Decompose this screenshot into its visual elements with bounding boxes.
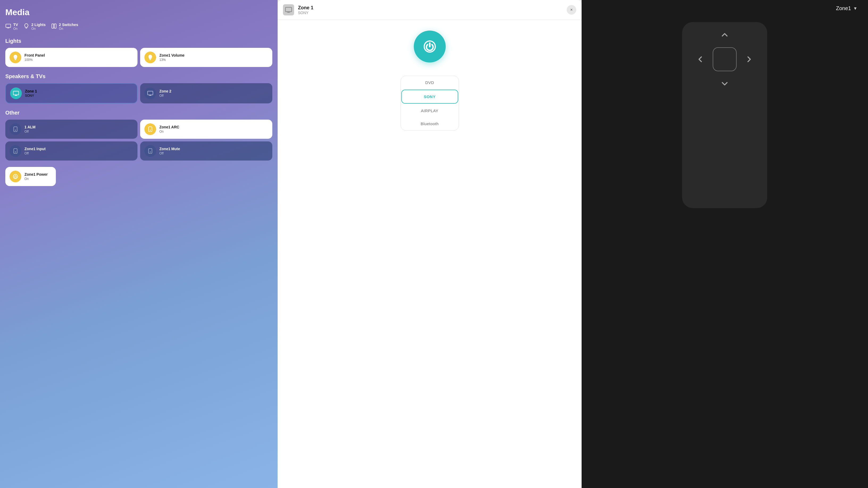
zone1-name: Zone 1 bbox=[25, 89, 37, 93]
section-speakers-title: Speakers & TVs bbox=[5, 73, 272, 79]
switch-status-icon bbox=[51, 23, 57, 30]
zone1-mute-icon bbox=[145, 145, 156, 157]
dpad bbox=[695, 30, 754, 89]
zone2-icon bbox=[145, 88, 156, 99]
zone1-mute-name: Zone1 Mute bbox=[159, 147, 180, 151]
svg-rect-14 bbox=[148, 91, 153, 95]
1alm-name: 1 ALM bbox=[25, 125, 35, 129]
switches-value: On bbox=[59, 27, 78, 31]
source-dvd[interactable]: DVD bbox=[401, 76, 459, 89]
card-zone2[interactable]: Zone 2 Off bbox=[140, 83, 272, 103]
zone-dropdown-icon[interactable]: ▼ bbox=[853, 6, 857, 11]
zone2-value: Off bbox=[159, 94, 171, 98]
svg-rect-0 bbox=[6, 24, 11, 28]
zone2-name: Zone 2 bbox=[159, 89, 171, 93]
1alm-icon bbox=[9, 123, 21, 135]
zone-label: Zone1 bbox=[836, 5, 851, 11]
dpad-up-button[interactable] bbox=[720, 30, 730, 40]
svg-rect-21 bbox=[14, 149, 17, 153]
zone1-arc-icon bbox=[145, 123, 156, 135]
card-1alm[interactable]: 1 ALM Off bbox=[5, 120, 137, 139]
zone1-volume-value: 13% bbox=[159, 58, 185, 62]
lights-label: 2 Lights bbox=[31, 23, 46, 27]
modal-device-icon bbox=[283, 4, 294, 15]
zone1-mute-value: Off bbox=[159, 152, 180, 155]
1alm-value: Off bbox=[25, 130, 35, 133]
left-panel: Media TV On 2 Lights On bbox=[0, 0, 278, 488]
svg-rect-23 bbox=[149, 149, 152, 153]
zone1-power-name: Zone1 Power bbox=[25, 172, 48, 176]
card-zone1-arc[interactable]: Zone1 ARC On bbox=[140, 120, 272, 139]
center-content: DVD SONY AIRPLAY Bluetooth bbox=[278, 20, 581, 488]
modal-title: Zone 1 bbox=[298, 5, 563, 11]
svg-rect-17 bbox=[14, 127, 17, 132]
status-item-switches[interactable]: 2 Switches On bbox=[51, 23, 78, 31]
dpad-left-button[interactable] bbox=[695, 55, 705, 64]
svg-rect-6 bbox=[54, 24, 56, 28]
section-other-title: Other bbox=[5, 110, 272, 116]
svg-rect-19 bbox=[149, 127, 152, 132]
dpad-right-button[interactable] bbox=[744, 55, 754, 64]
svg-point-18 bbox=[15, 130, 16, 131]
source-picker: DVD SONY AIRPLAY Bluetooth bbox=[401, 76, 459, 131]
svg-point-20 bbox=[150, 130, 151, 131]
tv-status-icon bbox=[5, 23, 11, 30]
zone1-volume-name: Zone1 Volume bbox=[159, 53, 185, 57]
card-zone1-input[interactable]: Zone1 Input Off bbox=[5, 141, 137, 161]
zone1-icon bbox=[10, 88, 22, 99]
modal-header-text: Zone 1 SONY bbox=[298, 5, 563, 15]
page-title: Media bbox=[5, 7, 272, 17]
speakers-grid: Zone 1 SONY Zone 2 Off bbox=[5, 83, 272, 103]
source-bluetooth[interactable]: Bluetooth bbox=[401, 117, 459, 130]
svg-point-22 bbox=[15, 152, 16, 153]
front-panel-icon bbox=[9, 52, 21, 63]
power-button[interactable] bbox=[414, 31, 446, 62]
zone1-input-value: Off bbox=[25, 152, 45, 155]
switches-label: 2 Switches bbox=[59, 23, 78, 27]
svg-rect-5 bbox=[52, 24, 54, 28]
card-zone1-volume[interactable]: Zone1 Volume 13% bbox=[140, 48, 272, 67]
dpad-center-button[interactable] bbox=[713, 47, 737, 71]
card-zone1-mute[interactable]: Zone1 Mute Off bbox=[140, 141, 272, 161]
section-lights-title: Lights bbox=[5, 38, 272, 44]
zone1-power-value: On bbox=[25, 177, 48, 181]
zone1-arc-value: On bbox=[159, 130, 179, 133]
card-zone1-power[interactable]: Zone1 Power On bbox=[5, 167, 56, 186]
source-airplay[interactable]: AIRPLAY bbox=[401, 104, 459, 117]
svg-point-24 bbox=[150, 152, 151, 153]
other-grid: 1 ALM Off Zone1 ARC On Zone1 Input Off bbox=[5, 120, 272, 161]
status-item-tv[interactable]: TV On bbox=[5, 23, 18, 31]
svg-rect-11 bbox=[13, 91, 19, 95]
lights-grid: Front Panel 100% Zone1 Volume 13% bbox=[5, 48, 272, 67]
remote-container bbox=[682, 22, 767, 208]
zone1-value: SONY bbox=[25, 94, 37, 98]
modal-header: Zone 1 SONY × bbox=[278, 0, 581, 20]
tv-label: TV bbox=[13, 23, 18, 27]
status-item-lights[interactable]: 2 Lights On bbox=[23, 23, 46, 31]
zone1-volume-icon bbox=[145, 52, 156, 63]
status-row: TV On 2 Lights On 2 Switches On bbox=[5, 23, 272, 31]
lights-value: On bbox=[31, 27, 46, 31]
tv-value: On bbox=[13, 27, 18, 31]
right-panel: Zone1 ▼ bbox=[582, 0, 868, 488]
front-panel-value: 100% bbox=[25, 58, 45, 62]
source-sony[interactable]: SONY bbox=[401, 90, 458, 104]
svg-rect-26 bbox=[286, 7, 292, 12]
light-status-icon bbox=[23, 23, 29, 30]
front-panel-name: Front Panel bbox=[25, 53, 45, 57]
zone1-arc-name: Zone1 ARC bbox=[159, 125, 179, 129]
card-zone1[interactable]: Zone 1 SONY bbox=[5, 83, 137, 103]
center-panel: Zone 1 SONY × DVD SONY AIRPLAY Bluetooth bbox=[278, 0, 581, 488]
zone1-power-icon bbox=[9, 171, 21, 182]
right-header: Zone1 ▼ bbox=[836, 5, 857, 11]
zone1-input-icon bbox=[9, 145, 21, 157]
modal-subtitle: SONY bbox=[298, 11, 563, 15]
zone1-input-name: Zone1 Input bbox=[25, 147, 45, 151]
close-button[interactable]: × bbox=[567, 5, 576, 14]
card-front-panel[interactable]: Front Panel 100% bbox=[5, 48, 137, 67]
dpad-down-button[interactable] bbox=[720, 79, 730, 89]
